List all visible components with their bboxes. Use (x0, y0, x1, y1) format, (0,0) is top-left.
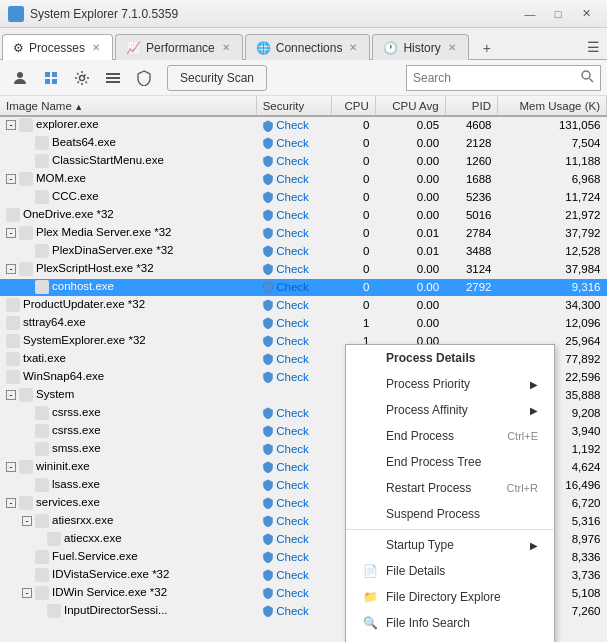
table-row[interactable]: conhost.exeCheck00.0027929,316 (0, 278, 607, 296)
performance-tab-close[interactable]: ✕ (220, 41, 232, 54)
check-link[interactable]: Check (276, 515, 309, 527)
check-link[interactable]: Check (276, 245, 309, 257)
pid-cell: 3124 (445, 260, 497, 278)
check-link[interactable]: Check (276, 137, 309, 149)
tree-toggle[interactable]: - (6, 174, 16, 184)
check-link[interactable]: Check (276, 173, 309, 185)
context-menu-item-end-process-tree[interactable]: End Process Tree (346, 449, 554, 475)
processes-tab-close[interactable]: ✕ (90, 41, 102, 54)
tree-toggle[interactable]: - (6, 498, 16, 508)
search-icon[interactable] (581, 70, 594, 86)
security-scan-button[interactable]: Security Scan (167, 65, 267, 91)
table-row[interactable]: ProductUpdater.exe *32Check00.0034,300 (0, 296, 607, 314)
list-icon-button[interactable] (99, 64, 127, 92)
context-menu-item-file-info-search[interactable]: 🔍File Info Search (346, 610, 554, 636)
check-link[interactable]: Check (276, 281, 309, 293)
tree-toggle[interactable]: - (22, 588, 32, 598)
context-menu-item-process-priority[interactable]: Process Priority▶ (346, 371, 554, 397)
check-link[interactable]: Check (276, 155, 309, 167)
tree-toggle[interactable]: - (6, 264, 16, 274)
minimize-button[interactable]: — (517, 4, 543, 24)
process-name: wininit.exe (36, 460, 90, 472)
table-row[interactable]: sttray64.exeCheck10.0012,096 (0, 314, 607, 332)
check-link[interactable]: Check (276, 569, 309, 581)
context-menu-item-process-details[interactable]: Process Details (346, 345, 554, 371)
tab-connections[interactable]: 🌐 Connections ✕ (245, 34, 371, 60)
context-menu-item-suspend-process[interactable]: Suspend Process (346, 501, 554, 527)
context-menu-item-process-affinity[interactable]: Process Affinity▶ (346, 397, 554, 423)
table-row[interactable]: -PlexScriptHost.exe *32Check00.00312437,… (0, 260, 607, 278)
table-row[interactable]: Beats64.exeCheck00.0021287,504 (0, 134, 607, 152)
check-link[interactable]: Check (276, 551, 309, 563)
tab-processes[interactable]: ⚙ Processes ✕ (2, 34, 113, 60)
process-name: atiesrxx.exe (52, 514, 113, 526)
check-link[interactable]: Check (276, 299, 309, 311)
context-menu-item-startup-type[interactable]: Startup Type▶ (346, 532, 554, 558)
check-link[interactable]: Check (276, 227, 309, 239)
col-header-mem[interactable]: Mem Usage (K) (498, 96, 607, 116)
table-row[interactable]: OneDrive.exe *32Check00.00501621,972 (0, 206, 607, 224)
tab-performance[interactable]: 📈 Performance ✕ (115, 34, 243, 60)
check-link[interactable]: Check (276, 587, 309, 599)
table-row[interactable]: CCC.exeCheck00.00523611,724 (0, 188, 607, 206)
search-input[interactable] (413, 71, 581, 85)
check-link[interactable]: Check (276, 407, 309, 419)
col-header-security[interactable]: Security (256, 96, 332, 116)
check-link[interactable]: Check (276, 119, 309, 131)
history-tab-close[interactable]: ✕ (446, 41, 458, 54)
col-header-name[interactable]: Image Name (0, 96, 256, 116)
check-link[interactable]: Check (276, 425, 309, 437)
windows-icon-button[interactable] (37, 64, 65, 92)
table-row[interactable]: -explorer.exeCheck00.054608131,056 (0, 116, 607, 134)
shield-icon-button[interactable] (130, 64, 158, 92)
close-button[interactable]: ✕ (573, 4, 599, 24)
tab-bar: ⚙ Processes ✕ 📈 Performance ✕ 🌐 Connecti… (0, 28, 607, 60)
security-cell: Check (256, 134, 332, 152)
context-menu-item-file-directory[interactable]: 📁File Directory Explore (346, 584, 554, 610)
context-menu-item-end-process[interactable]: End ProcessCtrl+E (346, 423, 554, 449)
ctx-item-arrow: ▶ (530, 540, 538, 551)
table-row[interactable]: ClassicStartMenu.exeCheck00.00126011,188 (0, 152, 607, 170)
ctx-item-icon-spacer (362, 376, 378, 392)
check-link[interactable]: Check (276, 371, 309, 383)
check-link[interactable]: Check (276, 335, 309, 347)
check-link[interactable]: Check (276, 443, 309, 455)
col-header-cpu[interactable]: CPU (332, 96, 375, 116)
security-cell: Check (256, 260, 332, 278)
add-tab-button[interactable]: + (475, 37, 499, 59)
tab-history[interactable]: 🕐 History ✕ (372, 34, 468, 60)
check-link[interactable]: Check (276, 533, 309, 545)
connections-tab-close[interactable]: ✕ (347, 41, 359, 54)
context-menu-item-file-check[interactable]: 🛡File Check (346, 636, 554, 642)
security-cell: Check (256, 350, 332, 368)
check-link[interactable]: Check (276, 605, 309, 617)
check-link[interactable]: Check (276, 191, 309, 203)
ctx-item-label: File Info Search (386, 616, 538, 630)
tree-toggle[interactable]: - (6, 390, 16, 400)
col-header-pid[interactable]: PID (445, 96, 497, 116)
tree-toggle[interactable]: - (6, 228, 16, 238)
col-header-cpu-avg[interactable]: CPU Avg (375, 96, 445, 116)
ctx-item-icon: 🔍 (362, 615, 378, 631)
users-icon-button[interactable] (6, 64, 34, 92)
check-link[interactable]: Check (276, 479, 309, 491)
tree-toggle[interactable]: - (22, 516, 32, 526)
check-link[interactable]: Check (276, 497, 309, 509)
maximize-button[interactable]: □ (545, 4, 571, 24)
tab-menu-button[interactable]: ☰ (581, 35, 605, 59)
check-link[interactable]: Check (276, 263, 309, 275)
process-name-cell: SystemExplorer.exe *32 (0, 332, 256, 350)
context-menu-item-file-details[interactable]: 📄File Details (346, 558, 554, 584)
tree-toggle[interactable]: - (6, 120, 16, 130)
process-name-cell: ProductUpdater.exe *32 (0, 296, 256, 314)
settings-icon-button[interactable] (68, 64, 96, 92)
check-link[interactable]: Check (276, 209, 309, 221)
check-link[interactable]: Check (276, 317, 309, 329)
tree-toggle[interactable]: - (6, 462, 16, 472)
table-row[interactable]: -Plex Media Server.exe *32Check00.012784… (0, 224, 607, 242)
check-link[interactable]: Check (276, 353, 309, 365)
check-link[interactable]: Check (276, 461, 309, 473)
table-row[interactable]: PlexDinaServer.exe *32Check00.01348812,5… (0, 242, 607, 260)
context-menu-item-restart-process[interactable]: Restart ProcessCtrl+R (346, 475, 554, 501)
table-row[interactable]: -MOM.exeCheck00.0016886,968 (0, 170, 607, 188)
